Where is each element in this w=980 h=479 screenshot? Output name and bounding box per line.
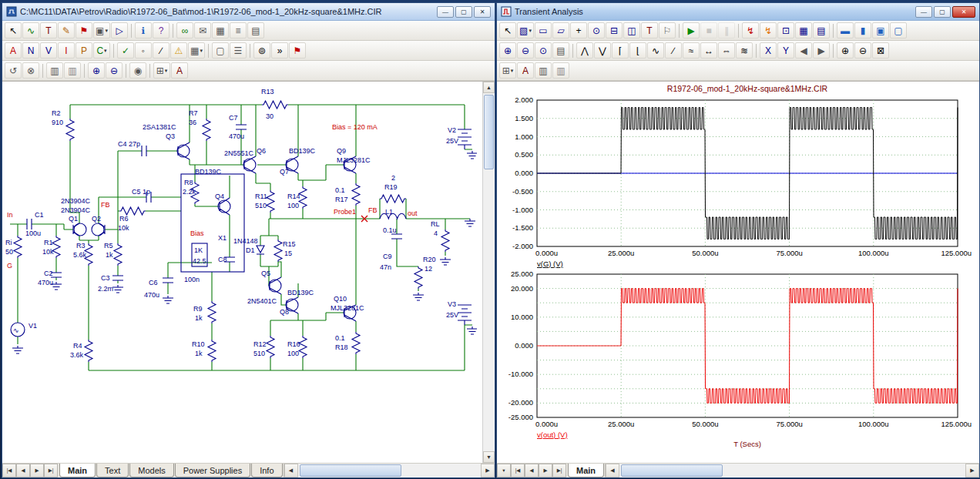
valley-button[interactable]: ⋁ — [594, 42, 611, 59]
component-label[interactable]: 100 — [287, 202, 299, 209]
component-label[interactable]: Ri — [5, 239, 12, 246]
component-label[interactable]: Q7 — [280, 168, 289, 176]
grid-select-button[interactable]: ⊞▾ — [499, 62, 516, 79]
component-label[interactable]: 2.2m — [98, 285, 113, 293]
graph-mode-button[interactable]: ▧▾ — [517, 22, 534, 39]
component-label[interactable]: RL — [431, 220, 440, 228]
numeric-output-button[interactable]: ▦ — [795, 22, 812, 39]
slope-marker-button[interactable]: ∕ — [153, 42, 169, 59]
graphics-mode-button[interactable]: ✎ — [58, 22, 75, 39]
text-mode-button[interactable]: T — [641, 22, 658, 39]
vertical-scrollbar[interactable]: ▲ ▼ — [482, 82, 495, 463]
component-label[interactable]: 25V — [446, 311, 458, 319]
component-label[interactable]: Q5 — [261, 270, 270, 277]
tab-info[interactable]: Info — [251, 464, 282, 477]
next-page-button[interactable]: ▶ — [539, 464, 552, 477]
go-to-flag-button[interactable]: ⚑ — [289, 42, 306, 59]
snapshot-camera-button[interactable]: ◉ — [129, 62, 146, 79]
component-label[interactable]: Q9 — [337, 147, 346, 155]
tag-right-button[interactable]: ▶ — [813, 42, 830, 59]
width-button[interactable]: ⇔ — [718, 42, 735, 59]
select-pages-button[interactable]: ▥ — [64, 62, 81, 79]
component-label[interactable]: Q2 — [92, 215, 101, 223]
stop-button[interactable]: ■ — [700, 22, 717, 39]
scroll-down-button[interactable]: ▼ — [483, 451, 495, 463]
component-label[interactable]: 4 — [434, 229, 438, 237]
transistor-symbol[interactable] — [92, 223, 104, 236]
pin-markers-button[interactable]: ◦ — [135, 42, 152, 59]
help-mode-button[interactable]: ? — [153, 22, 169, 39]
gm-button[interactable]: ≈ — [683, 42, 700, 59]
slope-button[interactable]: ∕ — [665, 42, 682, 59]
component-label[interactable]: V1 — [29, 322, 37, 330]
component-label[interactable]: 15 — [284, 250, 292, 257]
high-button[interactable]: ⌈ — [612, 42, 629, 59]
zoom-out-button[interactable]: ⊖ — [106, 62, 123, 79]
component-label[interactable]: C2 — [44, 270, 53, 277]
design-warning-button[interactable]: ⚠ — [170, 42, 187, 59]
zoom-out-button[interactable]: ⊖ — [854, 42, 871, 59]
component-label[interactable]: C6 — [149, 279, 158, 286]
component-label[interactable]: R17 — [335, 196, 348, 203]
component-label[interactable]: Q10 — [334, 295, 347, 303]
run-button[interactable]: ▶ — [683, 22, 700, 39]
scroll-left-button[interactable]: ◀ — [606, 464, 619, 477]
component-label[interactable]: 2N5551C — [224, 149, 254, 157]
component-mode-button[interactable]: ▷ — [111, 22, 128, 39]
component-label[interactable]: 42.5 — [193, 257, 206, 265]
envelope-button[interactable]: ≋ — [736, 42, 753, 59]
node-conditions-button[interactable]: C▾ — [93, 42, 110, 59]
scale-mode-button[interactable]: ▱ — [552, 22, 569, 39]
component-label[interactable]: R18 — [335, 343, 348, 351]
component-label[interactable]: 1k — [195, 350, 203, 357]
component-label[interactable]: R11 — [255, 193, 267, 200]
state-variables-button[interactable]: ▤ — [813, 22, 830, 39]
component-label[interactable]: 1k — [106, 251, 113, 259]
first-page-button[interactable]: |◀ — [511, 464, 525, 477]
component-label[interactable]: 100u — [25, 229, 41, 237]
wire-mode-button[interactable]: ∿ — [22, 22, 39, 39]
tab-main[interactable]: Main — [568, 464, 604, 477]
component-label[interactable]: 47n — [380, 263, 391, 271]
component-label[interactable]: R2 — [52, 109, 61, 117]
component-label[interactable]: Q3 — [166, 132, 175, 140]
component-label[interactable]: C7 — [229, 114, 238, 122]
component-label[interactable]: Q8 — [280, 308, 289, 316]
component-label[interactable]: R9 — [193, 305, 203, 313]
tag-left-button[interactable]: ◀ — [795, 42, 812, 59]
tile-horizontal-button[interactable]: ▬ — [837, 22, 854, 39]
period-button[interactable]: ↔ — [700, 42, 717, 59]
component-label[interactable]: 470u — [229, 132, 244, 140]
transistor-symbol[interactable] — [74, 223, 86, 236]
component-label[interactable]: 2N3904C — [61, 206, 91, 214]
select-mode-button[interactable]: ↖ — [499, 22, 516, 39]
mail-button[interactable]: ✉ — [194, 22, 211, 39]
browse-button[interactable]: ▦ — [212, 22, 229, 39]
low-button[interactable]: ⌊ — [629, 42, 646, 59]
component-label[interactable]: 10k — [118, 224, 129, 232]
copy-page-button[interactable]: ▥ — [535, 62, 552, 79]
limits-button[interactable]: ⊡ — [777, 22, 794, 39]
component-label[interactable]: 12 — [425, 265, 432, 273]
component-label[interactable]: ∿ — [13, 327, 19, 334]
component-label[interactable]: 100 — [287, 350, 299, 357]
last-page-button[interactable]: ▶| — [44, 464, 58, 477]
component-label[interactable]: 100n — [184, 276, 200, 283]
component-label[interactable]: C5 1p — [132, 188, 150, 196]
plot-area[interactable]: R1972-06_mod-1_20kHz-square&1MHz.CIR2.00… — [497, 81, 979, 463]
component-label[interactable]: 2N5401C — [247, 297, 277, 305]
autoscale-button[interactable]: ⊙ — [535, 42, 552, 59]
component-label[interactable]: R6 — [119, 215, 129, 223]
component-label[interactable]: V2 — [448, 126, 456, 134]
tile-vertical-button[interactable]: ▮ — [854, 22, 871, 39]
component-label[interactable]: R5 — [104, 242, 113, 250]
node-currents-button[interactable]: I — [58, 42, 75, 59]
component-label[interactable]: MJL3281C — [331, 304, 364, 312]
component-label[interactable]: L1 — [385, 208, 393, 216]
zoom-out-tool-button[interactable]: ⊖ — [517, 42, 534, 59]
component-label[interactable]: Q4 — [215, 193, 224, 200]
tag-mode-button[interactable]: ⚐ — [659, 22, 676, 39]
link-mode-button[interactable]: ∞ — [176, 22, 193, 39]
component-label[interactable]: R20 — [423, 256, 436, 263]
prev-page-button[interactable]: ◀ — [525, 464, 539, 477]
